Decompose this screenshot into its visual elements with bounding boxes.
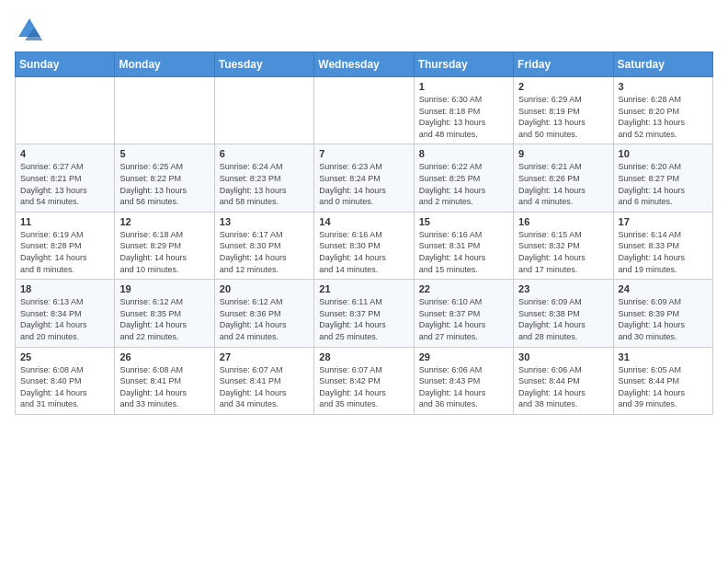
day-number: 31 — [619, 351, 708, 362]
calendar-cell: 30Sunrise: 6:06 AM Sunset: 8:44 PM Dayli… — [514, 347, 613, 414]
calendar-cell: 26Sunrise: 6:08 AM Sunset: 8:41 PM Dayli… — [115, 347, 214, 414]
calendar-cell: 16Sunrise: 6:15 AM Sunset: 8:32 PM Dayli… — [514, 212, 613, 279]
calendar-cell: 8Sunrise: 6:22 AM Sunset: 8:25 PM Daylig… — [414, 144, 513, 212]
day-number: 14 — [319, 216, 408, 227]
calendar-week-5: 25Sunrise: 6:08 AM Sunset: 8:40 PM Dayli… — [16, 347, 713, 414]
day-info: Sunrise: 6:05 AM Sunset: 8:44 PM Dayligh… — [619, 364, 708, 410]
day-info: Sunrise: 6:20 AM Sunset: 8:27 PM Dayligh… — [619, 161, 708, 207]
day-info: Sunrise: 6:15 AM Sunset: 8:32 PM Dayligh… — [518, 229, 608, 275]
page-header — [15, 15, 713, 44]
calendar-table: SundayMondayTuesdayWednesdayThursdayFrid… — [15, 52, 713, 415]
col-header-friday: Friday — [514, 52, 613, 77]
calendar-cell: 22Sunrise: 6:10 AM Sunset: 8:37 PM Dayli… — [414, 280, 513, 347]
calendar-cell: 29Sunrise: 6:06 AM Sunset: 8:43 PM Dayli… — [414, 347, 513, 414]
calendar-cell: 2Sunrise: 6:29 AM Sunset: 8:19 PM Daylig… — [514, 77, 613, 144]
calendar-week-4: 18Sunrise: 6:13 AM Sunset: 8:34 PM Dayli… — [16, 280, 713, 347]
day-info: Sunrise: 6:28 AM Sunset: 8:20 PM Dayligh… — [619, 94, 708, 140]
day-number: 17 — [619, 216, 708, 227]
day-number: 27 — [220, 351, 309, 362]
day-info: Sunrise: 6:08 AM Sunset: 8:41 PM Dayligh… — [119, 364, 209, 410]
day-info: Sunrise: 6:25 AM Sunset: 8:22 PM Dayligh… — [119, 161, 209, 207]
calendar-cell: 21Sunrise: 6:11 AM Sunset: 8:37 PM Dayli… — [314, 280, 414, 347]
calendar-cell: 12Sunrise: 6:18 AM Sunset: 8:29 PM Dayli… — [115, 212, 214, 279]
day-info: Sunrise: 6:21 AM Sunset: 8:26 PM Dayligh… — [518, 161, 608, 207]
day-info: Sunrise: 6:09 AM Sunset: 8:38 PM Dayligh… — [518, 296, 608, 342]
calendar-cell — [16, 77, 115, 144]
day-info: Sunrise: 6:23 AM Sunset: 8:24 PM Dayligh… — [319, 161, 408, 207]
day-number: 3 — [619, 81, 708, 92]
day-number: 28 — [319, 351, 408, 362]
day-info: Sunrise: 6:29 AM Sunset: 8:19 PM Dayligh… — [518, 94, 608, 140]
calendar-cell: 13Sunrise: 6:17 AM Sunset: 8:30 PM Dayli… — [214, 212, 313, 279]
calendar-cell: 3Sunrise: 6:28 AM Sunset: 8:20 PM Daylig… — [613, 77, 712, 144]
logo — [15, 15, 48, 44]
calendar-cell: 1Sunrise: 6:30 AM Sunset: 8:18 PM Daylig… — [414, 77, 513, 144]
calendar-cell: 18Sunrise: 6:13 AM Sunset: 8:34 PM Dayli… — [16, 280, 115, 347]
day-info: Sunrise: 6:09 AM Sunset: 8:39 PM Dayligh… — [619, 296, 708, 342]
calendar-cell: 24Sunrise: 6:09 AM Sunset: 8:39 PM Dayli… — [613, 280, 712, 347]
calendar-cell: 11Sunrise: 6:19 AM Sunset: 8:28 PM Dayli… — [16, 212, 115, 279]
day-number: 21 — [319, 283, 408, 294]
day-number: 16 — [518, 216, 608, 227]
day-info: Sunrise: 6:13 AM Sunset: 8:34 PM Dayligh… — [20, 296, 109, 342]
day-number: 15 — [419, 216, 508, 227]
day-number: 20 — [220, 283, 309, 294]
calendar-cell — [314, 77, 414, 144]
day-info: Sunrise: 6:18 AM Sunset: 8:29 PM Dayligh… — [119, 229, 209, 275]
calendar-week-1: 1Sunrise: 6:30 AM Sunset: 8:18 PM Daylig… — [16, 77, 713, 144]
calendar-cell: 4Sunrise: 6:27 AM Sunset: 8:21 PM Daylig… — [16, 144, 115, 212]
day-info: Sunrise: 6:08 AM Sunset: 8:40 PM Dayligh… — [20, 364, 109, 410]
col-header-monday: Monday — [115, 52, 214, 77]
calendar-cell: 7Sunrise: 6:23 AM Sunset: 8:24 PM Daylig… — [314, 144, 414, 212]
col-header-sunday: Sunday — [16, 52, 115, 77]
day-number: 30 — [518, 351, 608, 362]
calendar-cell: 27Sunrise: 6:07 AM Sunset: 8:41 PM Dayli… — [214, 347, 313, 414]
day-info: Sunrise: 6:22 AM Sunset: 8:25 PM Dayligh… — [419, 161, 508, 207]
day-number: 9 — [518, 148, 608, 159]
calendar-cell — [115, 77, 214, 144]
day-number: 24 — [619, 283, 708, 294]
calendar-week-2: 4Sunrise: 6:27 AM Sunset: 8:21 PM Daylig… — [16, 144, 713, 212]
day-number: 2 — [518, 81, 608, 92]
calendar-cell: 10Sunrise: 6:20 AM Sunset: 8:27 PM Dayli… — [613, 144, 712, 212]
col-header-tuesday: Tuesday — [214, 52, 313, 77]
day-number: 18 — [20, 283, 109, 294]
day-number: 23 — [518, 283, 608, 294]
calendar-header-row: SundayMondayTuesdayWednesdayThursdayFrid… — [16, 52, 713, 77]
calendar-cell: 23Sunrise: 6:09 AM Sunset: 8:38 PM Dayli… — [514, 280, 613, 347]
day-info: Sunrise: 6:12 AM Sunset: 8:36 PM Dayligh… — [220, 296, 309, 342]
day-number: 13 — [220, 216, 309, 227]
day-info: Sunrise: 6:07 AM Sunset: 8:42 PM Dayligh… — [319, 364, 408, 410]
day-number: 5 — [119, 148, 209, 159]
calendar-cell: 25Sunrise: 6:08 AM Sunset: 8:40 PM Dayli… — [16, 347, 115, 414]
day-number: 11 — [20, 216, 109, 227]
day-info: Sunrise: 6:16 AM Sunset: 8:31 PM Dayligh… — [419, 229, 508, 275]
day-info: Sunrise: 6:19 AM Sunset: 8:28 PM Dayligh… — [20, 229, 109, 275]
day-number: 22 — [419, 283, 508, 294]
day-info: Sunrise: 6:06 AM Sunset: 8:43 PM Dayligh… — [419, 364, 508, 410]
day-number: 1 — [419, 81, 508, 92]
calendar-cell: 28Sunrise: 6:07 AM Sunset: 8:42 PM Dayli… — [314, 347, 414, 414]
col-header-wednesday: Wednesday — [314, 52, 414, 77]
day-number: 19 — [119, 283, 209, 294]
day-info: Sunrise: 6:12 AM Sunset: 8:35 PM Dayligh… — [119, 296, 209, 342]
day-number: 29 — [419, 351, 508, 362]
day-info: Sunrise: 6:06 AM Sunset: 8:44 PM Dayligh… — [518, 364, 608, 410]
calendar-cell: 14Sunrise: 6:16 AM Sunset: 8:30 PM Dayli… — [314, 212, 414, 279]
day-info: Sunrise: 6:10 AM Sunset: 8:37 PM Dayligh… — [419, 296, 508, 342]
day-number: 6 — [220, 148, 309, 159]
day-number: 26 — [119, 351, 209, 362]
calendar-cell: 9Sunrise: 6:21 AM Sunset: 8:26 PM Daylig… — [514, 144, 613, 212]
day-number: 12 — [119, 216, 209, 227]
day-number: 25 — [20, 351, 109, 362]
calendar-cell: 15Sunrise: 6:16 AM Sunset: 8:31 PM Dayli… — [414, 212, 513, 279]
day-info: Sunrise: 6:24 AM Sunset: 8:23 PM Dayligh… — [220, 161, 309, 207]
day-info: Sunrise: 6:11 AM Sunset: 8:37 PM Dayligh… — [319, 296, 408, 342]
calendar-cell: 5Sunrise: 6:25 AM Sunset: 8:22 PM Daylig… — [115, 144, 214, 212]
calendar-week-3: 11Sunrise: 6:19 AM Sunset: 8:28 PM Dayli… — [16, 212, 713, 279]
col-header-thursday: Thursday — [414, 52, 513, 77]
day-number: 10 — [619, 148, 708, 159]
calendar-cell: 19Sunrise: 6:12 AM Sunset: 8:35 PM Dayli… — [115, 280, 214, 347]
day-info: Sunrise: 6:30 AM Sunset: 8:18 PM Dayligh… — [419, 94, 508, 140]
day-info: Sunrise: 6:14 AM Sunset: 8:33 PM Dayligh… — [619, 229, 708, 275]
